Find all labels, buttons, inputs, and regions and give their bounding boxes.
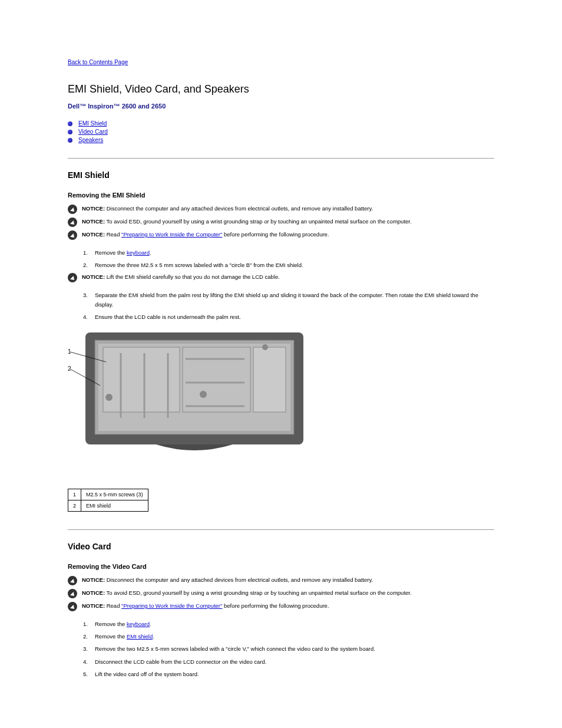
bullet-icon	[68, 130, 72, 134]
notice-text: NOTICE: Disconnect the computer and any …	[82, 205, 373, 213]
laptop-diagram	[68, 330, 303, 465]
steps-video: 1.Remove the keyboard. 2.Remove the EMI …	[83, 620, 494, 678]
notice-text: NOTICE: Lift the EMI shield carefully so…	[82, 273, 280, 281]
toc-item-video[interactable]: Video Card	[68, 129, 494, 135]
notice: NOTICE: Lift the EMI shield carefully so…	[68, 273, 494, 282]
step: 1.Remove the keyboard.	[83, 620, 494, 628]
toc-item-emi[interactable]: EMI Shield	[68, 120, 494, 127]
step: 2.Remove the three M2.5 x 5 mm screws la…	[83, 261, 494, 269]
legend-label: EMI shield	[81, 500, 148, 511]
emi-link[interactable]: EMI shield	[127, 633, 153, 640]
subsection-remove-emi: Removing the EMI Shield	[68, 192, 494, 199]
notice-text: NOTICE: To avoid ESD, ground yourself by…	[82, 589, 412, 597]
step: 3.Separate the EMI shield from the palm …	[83, 291, 494, 308]
bullet-icon	[68, 138, 72, 143]
callout-2: 2	[68, 365, 71, 372]
bullet-icon	[68, 121, 72, 126]
notice: NOTICE: Read "Preparing to Work Inside t…	[68, 602, 494, 611]
divider	[68, 529, 494, 530]
step: 3.Remove the two M2.5 x 5-mm screws labe…	[83, 644, 494, 653]
notice-icon	[68, 230, 77, 240]
legend-num: 1	[68, 489, 81, 500]
toc-item-speakers[interactable]: Speakers	[68, 137, 494, 143]
svg-rect-5	[183, 347, 250, 412]
table-of-contents: EMI Shield Video Card Speakers	[68, 120, 494, 143]
toc-link[interactable]: Speakers	[78, 137, 103, 143]
step: 4.Ensure that the LCD cable is not under…	[83, 312, 494, 321]
svg-point-8	[200, 391, 207, 398]
legend-table: 1 M2.5 x 5-mm screws (3) 2 EMI shield	[68, 489, 148, 512]
notice: NOTICE: To avoid ESD, ground yourself by…	[68, 218, 494, 227]
keyboard-link[interactable]: keyboard	[127, 249, 150, 256]
notice-text: NOTICE: Disconnect the computer and any …	[82, 576, 373, 584]
divider	[68, 158, 494, 159]
notice: NOTICE: Read "Preparing to Work Inside t…	[68, 230, 494, 240]
notice-icon	[68, 218, 77, 227]
notice: NOTICE: To avoid ESD, ground yourself by…	[68, 589, 494, 598]
notice: NOTICE: Disconnect the computer and any …	[68, 576, 494, 585]
svg-rect-6	[253, 347, 286, 412]
prep-link[interactable]: "Preparing to Work Inside the Computer"	[121, 231, 222, 238]
svg-point-7	[105, 394, 113, 401]
svg-point-9	[262, 344, 268, 350]
subtitle: Dell™ Inspiron™ 2600 and 2650	[68, 103, 494, 110]
section-title-emi: EMI Shield	[68, 170, 494, 180]
back-link[interactable]: Back to Contents Page	[68, 59, 494, 65]
toc-link[interactable]: EMI Shield	[78, 120, 107, 127]
step: 1.Remove the keyboard.	[83, 248, 494, 257]
legend-label: M2.5 x 5-mm screws (3)	[81, 489, 148, 500]
figure-emi-shield: 1 2 1 M2.5 x 5-mm screws (3) 2 EMI shiel…	[68, 330, 494, 512]
prep-link[interactable]: "Preparing to Work Inside the Computer"	[121, 602, 222, 609]
table-row: 2 EMI shield	[68, 500, 148, 511]
steps-emi-cont: 3.Separate the EMI shield from the palm …	[83, 291, 494, 321]
notice: NOTICE: Disconnect the computer and any …	[68, 205, 494, 214]
notice-text: NOTICE: To avoid ESD, ground yourself by…	[82, 218, 412, 226]
page-title: EMI Shield, Video Card, and Speakers	[68, 83, 494, 95]
notice-icon	[68, 205, 77, 214]
step: 2.Remove the EMI shield.	[83, 632, 494, 641]
table-row: 1 M2.5 x 5-mm screws (3)	[68, 489, 148, 500]
steps-emi: 1.Remove the keyboard. 2.Remove the thre…	[83, 248, 494, 269]
notice-icon	[68, 576, 77, 585]
notice-icon	[68, 602, 77, 611]
notice-text: NOTICE: Read "Preparing to Work Inside t…	[82, 230, 329, 239]
step: 5.Lift the video card off of the system …	[83, 670, 494, 678]
notice-icon	[68, 273, 77, 282]
toc-link[interactable]: Video Card	[78, 129, 108, 135]
callout-1: 1	[68, 348, 71, 355]
subsection-remove-video: Removing the Video Card	[68, 563, 494, 570]
notice-icon	[68, 589, 77, 598]
step: 4.Disconnect the LCD cable from the LCD …	[83, 657, 494, 666]
keyboard-link[interactable]: keyboard	[127, 621, 150, 627]
notice-text: NOTICE: Read "Preparing to Work Inside t…	[82, 602, 329, 610]
back-link-anchor[interactable]: Back to Contents Page	[68, 59, 128, 65]
section-title-video: Video Card	[68, 542, 494, 551]
legend-num: 2	[68, 500, 81, 511]
